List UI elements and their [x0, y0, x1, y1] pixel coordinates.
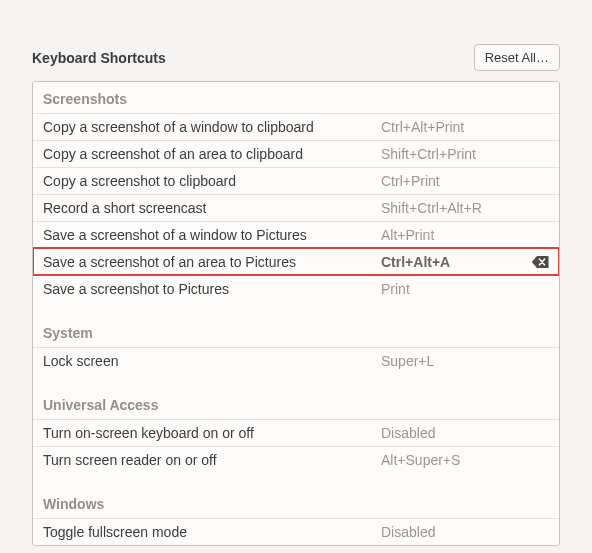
shortcut-label: Lock screen — [43, 353, 381, 369]
shortcut-label: Save a screenshot to Pictures — [43, 281, 381, 297]
shortcut-accelerator: Super+L — [381, 353, 549, 369]
shortcut-label: Turn on-screen keyboard on or off — [43, 425, 381, 441]
shortcut-row[interactable]: Turn screen reader on or off Alt+Super+S — [33, 446, 559, 473]
shortcut-label: Save a screenshot of an area to Pictures — [43, 254, 381, 270]
shortcuts-panel: Screenshots Copy a screenshot of a windo… — [32, 81, 560, 546]
shortcut-label: Copy a screenshot of a window to clipboa… — [43, 119, 381, 135]
shortcut-row[interactable]: Record a short screencast Shift+Ctrl+Alt… — [33, 194, 559, 221]
section-header-universal-access: Universal Access — [33, 388, 559, 419]
shortcut-row[interactable]: Copy a screenshot of a window to clipboa… — [33, 113, 559, 140]
shortcut-row-editing[interactable]: Save a screenshot of an area to Pictures… — [33, 248, 559, 275]
shortcut-accelerator: Ctrl+Print — [381, 173, 549, 189]
section-header-screenshots: Screenshots — [33, 82, 559, 113]
shortcut-row[interactable]: Copy a screenshot to clipboard Ctrl+Prin… — [33, 167, 559, 194]
shortcut-accelerator: Ctrl+Alt+Print — [381, 119, 549, 135]
section-header-windows: Windows — [33, 487, 559, 518]
shortcut-accelerator: Disabled — [381, 425, 549, 441]
shortcut-accelerator: Alt+Super+S — [381, 452, 549, 468]
shortcut-label: Copy a screenshot to clipboard — [43, 173, 381, 189]
reset-all-button[interactable]: Reset All… — [474, 44, 560, 71]
shortcut-accelerator: Disabled — [381, 524, 549, 540]
shortcut-accelerator: Shift+Ctrl+Print — [381, 146, 549, 162]
shortcut-row[interactable]: Toggle fullscreen mode Disabled — [33, 518, 559, 545]
page-title: Keyboard Shortcuts — [32, 50, 166, 66]
section-header-system: System — [33, 316, 559, 347]
shortcut-accelerator: Alt+Print — [381, 227, 549, 243]
shortcut-accelerator: Ctrl+Alt+A — [381, 254, 525, 270]
shortcut-label: Toggle fullscreen mode — [43, 524, 381, 540]
shortcut-label: Record a short screencast — [43, 200, 381, 216]
shortcut-label: Turn screen reader on or off — [43, 452, 381, 468]
backspace-icon[interactable] — [531, 255, 549, 269]
shortcut-row[interactable]: Save a screenshot of a window to Picture… — [33, 221, 559, 248]
shortcut-label: Save a screenshot of a window to Picture… — [43, 227, 381, 243]
shortcut-row[interactable]: Lock screen Super+L — [33, 347, 559, 374]
shortcut-accelerator: Shift+Ctrl+Alt+R — [381, 200, 549, 216]
shortcut-label: Copy a screenshot of an area to clipboar… — [43, 146, 381, 162]
shortcut-row[interactable]: Turn on-screen keyboard on or off Disabl… — [33, 419, 559, 446]
shortcut-accelerator: Print — [381, 281, 549, 297]
shortcut-row[interactable]: Copy a screenshot of an area to clipboar… — [33, 140, 559, 167]
shortcut-row[interactable]: Save a screenshot to Pictures Print — [33, 275, 559, 302]
